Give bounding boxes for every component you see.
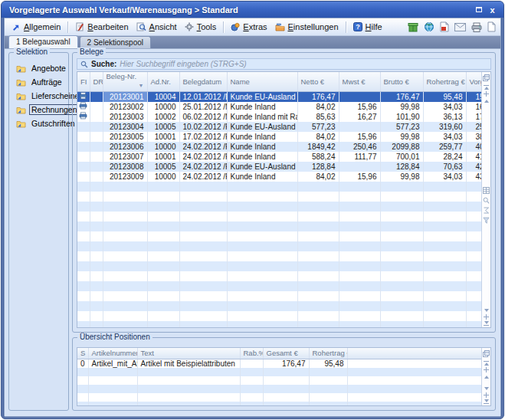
column-header-FI[interactable]: FI xyxy=(77,72,90,92)
mail-icon[interactable] xyxy=(454,23,466,31)
tab-2-selektionspool[interactable]: 2 Selektionspool xyxy=(80,36,151,48)
beleg-row-20123001[interactable]: 201230011000412.01.2012 /DoKunde EU-Ausl… xyxy=(77,92,481,103)
scroll-next-button[interactable] xyxy=(484,385,489,392)
search-input[interactable]: Suche: Hier Suchbegriff eingeben (STRG+S… xyxy=(77,58,491,70)
sidebar-item-angebote[interactable]: Angebote xyxy=(9,61,68,75)
document-pdf-icon[interactable] xyxy=(440,21,449,32)
cell-_ xyxy=(347,359,481,368)
package-icon[interactable] xyxy=(408,21,418,32)
beleg-row-20123004[interactable]: 201230041000510.02.2012 /FrKunde EU-Ausl… xyxy=(77,122,481,132)
printer-icon[interactable] xyxy=(471,22,482,32)
beleg-row-20123003[interactable]: 201230031000206.02.2012 /MoKunde Inland … xyxy=(77,112,481,122)
column-header-Vorgang[interactable]: Vorgang xyxy=(466,72,481,92)
beleg-row-empty[interactable] xyxy=(77,301,481,311)
menu-ansicht[interactable]: Ansicht xyxy=(133,21,181,33)
sidebar-item-lieferscheine[interactable]: Lieferscheine xyxy=(9,89,68,103)
beleg-row-empty[interactable] xyxy=(77,281,481,291)
position-row[interactable]: 0Artikel_mit_AttributenArtikel mit Beisp… xyxy=(77,359,481,368)
scroll-first-button[interactable] xyxy=(484,84,489,90)
pos-column-header-Artikelnummer[interactable]: Artikelnummer xyxy=(88,348,137,359)
menu-hilfe[interactable]: ?Hilfe xyxy=(349,21,386,33)
column-header-Mwst €[interactable]: Mwst € xyxy=(339,72,380,92)
position-row-empty[interactable] xyxy=(77,368,481,376)
column-header-Rohertrag €[interactable]: Rohertrag € xyxy=(423,72,466,92)
sum-tool-icon[interactable] xyxy=(483,207,490,214)
pos-column-header-Rohertrag €[interactable]: Rohertrag € xyxy=(309,348,347,359)
beleg-row-empty[interactable] xyxy=(77,251,481,261)
beleg-row-empty[interactable] xyxy=(77,241,481,251)
beleg-row-empty[interactable] xyxy=(77,271,481,281)
column-header-Brutto €[interactable]: Brutto € xyxy=(380,72,423,92)
beleg-row-empty[interactable] xyxy=(77,202,481,212)
scroll-up-button[interactable] xyxy=(484,90,489,97)
sidebar-item-gutschriften[interactable]: Gutschriften xyxy=(9,116,68,130)
beleg-row-empty[interactable] xyxy=(77,261,481,271)
column-chooser-icon[interactable] xyxy=(483,74,490,81)
column-header-Ad.Nr.[interactable]: Ad.Nr. xyxy=(147,72,179,92)
column-header-Netto €[interactable]: Netto € xyxy=(297,72,339,92)
scroll-last-button[interactable] xyxy=(484,320,489,327)
beleg-row-20123002[interactable]: 201230021000025.01.2012 /MiKunde Inland8… xyxy=(77,102,481,112)
scroll-prev-button[interactable] xyxy=(484,97,489,104)
grid-tool-icon[interactable] xyxy=(483,187,490,194)
beleg-row-empty[interactable] xyxy=(77,231,481,241)
globe-icon[interactable] xyxy=(424,21,434,32)
pos-column-header-Rab.%[interactable]: Rab.% xyxy=(240,348,263,359)
menu-extras[interactable]: Extras xyxy=(227,21,271,33)
cell-belegdatum xyxy=(179,321,227,327)
cell-vorgang xyxy=(466,321,481,327)
beleg-row-20123007[interactable]: 201230071000124.02.2012 /FrKunde Inland5… xyxy=(77,152,481,162)
tab-1-belegauswahl[interactable]: 1 Belegauswahl xyxy=(8,35,78,48)
cell-beleg_nr xyxy=(103,271,147,281)
beleg-row-20123008[interactable]: 201230081000524.02.2012 /FrKunde EU-Ausl… xyxy=(77,162,481,172)
scroll-prev-button[interactable] xyxy=(484,373,489,380)
sidebar-item-aufträge[interactable]: Aufträge xyxy=(9,75,68,89)
beleg-row-empty[interactable] xyxy=(77,182,481,192)
restore-icon[interactable] xyxy=(474,5,484,15)
scroll-down-button[interactable] xyxy=(484,392,489,399)
menu-allgemein[interactable]: Allgemein xyxy=(8,21,64,33)
pos-column-header-Text[interactable]: Text xyxy=(137,348,240,359)
beleg-row-20123009[interactable]: 201230091000024.02.2012 /FrKunde Inland8… xyxy=(77,172,481,182)
app-window: Vorgelagerte Auswahl Verkauf/Warenausgan… xyxy=(1,1,504,419)
filter-tool-icon[interactable] xyxy=(483,217,490,224)
pos-column-header-Gesamt €[interactable]: Gesamt € xyxy=(263,348,309,359)
zoom-tool-icon[interactable] xyxy=(483,197,490,204)
position-row-empty[interactable] xyxy=(77,385,481,393)
beleg-row-empty[interactable] xyxy=(77,321,481,327)
menu-einstellungen[interactable]: Einstellungen xyxy=(271,21,343,33)
cell-beleg_nr xyxy=(103,301,147,311)
beleg-row-20123006[interactable]: 201230061000024.02.2012 /FrKunde Inland1… xyxy=(77,142,481,152)
beleg-row-empty[interactable] xyxy=(77,291,481,301)
beleg-row-empty[interactable] xyxy=(77,192,481,202)
column-header-Beleg-Nr.[interactable]: Beleg-Nr.▼ xyxy=(103,72,147,92)
new-page-icon[interactable] xyxy=(487,21,496,32)
cell-beleg_nr: 20123003 xyxy=(103,112,147,122)
cell-netto: 1849,42 xyxy=(297,142,339,152)
menu-bearbeiten[interactable]: Bearbeiten xyxy=(71,21,132,33)
pos-column-header-S[interactable]: S xyxy=(77,348,88,359)
position-row-empty[interactable] xyxy=(77,402,481,406)
scroll-next-button[interactable] xyxy=(484,307,489,313)
scroll-down-button[interactable] xyxy=(484,313,489,320)
menu-tools[interactable]: Tools xyxy=(181,21,221,33)
cell-beleg_nr xyxy=(103,212,147,221)
column-header-Belegdatum[interactable]: Belegdatum xyxy=(179,72,227,92)
beleg-row-empty[interactable] xyxy=(77,212,481,221)
column-header-Name[interactable]: Name xyxy=(227,72,297,92)
close-icon[interactable]: x xyxy=(487,5,497,15)
scroll-last-button[interactable] xyxy=(484,399,489,405)
sidebar-item-rechnungen[interactable]: Rechnungen xyxy=(9,103,68,116)
pos-column-header-blank[interactable] xyxy=(347,348,481,359)
column-header-DR[interactable]: DR xyxy=(90,72,103,92)
cell-vorgang xyxy=(466,212,481,221)
beleg-row-20123005[interactable]: 201230051000117.02.2012 /FrKunde Inland8… xyxy=(77,132,481,142)
scroll-up-button[interactable] xyxy=(484,366,489,373)
gear-icon xyxy=(185,22,194,31)
beleg-row-empty[interactable] xyxy=(77,221,481,231)
position-row-empty[interactable] xyxy=(77,393,481,402)
beleg-row-empty[interactable] xyxy=(77,311,481,321)
position-row-empty[interactable] xyxy=(77,376,481,385)
scroll-first-button[interactable] xyxy=(484,359,489,366)
column-chooser-icon[interactable] xyxy=(483,350,490,357)
